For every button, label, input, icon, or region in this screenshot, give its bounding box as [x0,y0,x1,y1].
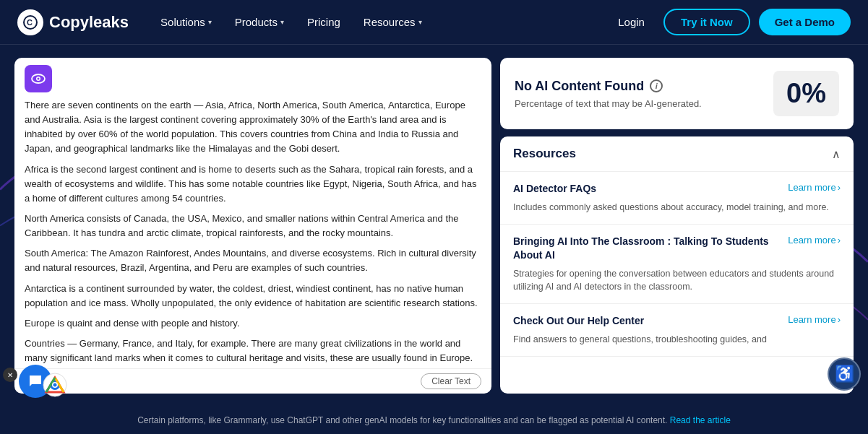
svg-point-8 [53,383,57,387]
text-paragraph-4: South America: The Amazon Rainforest, An… [25,246,481,275]
login-button[interactable]: Login [608,10,655,34]
ai-result-left: No AI Content Found i Percentage of text… [515,79,702,109]
ai-result-title: No AI Content Found i [515,79,702,94]
chevron-right-icon-1: › [838,182,841,193]
text-panel-header [14,58,491,92]
main-content: There are seven continents on the earth … [0,45,868,407]
resource-item-2-desc: Strategies for opening the conversation … [513,267,841,293]
bottom-bar-link[interactable]: Read the article [670,415,731,425]
ai-result-card: No AI Content Found i Percentage of text… [500,58,854,129]
logo-text: Copyleaks [49,13,129,32]
text-paragraph-6: Europe is quaint and dense with people a… [25,316,481,331]
eye-icon [25,65,52,92]
resource-item-2-top: Bringing AI Into The Classroom : Talking… [513,235,841,263]
try-now-button[interactable]: Try it Now [663,9,750,35]
chevron-right-icon-3: › [838,314,841,325]
navbar: C Copyleaks Solutions ▾ Products ▾ Prici… [0,0,868,45]
nav-resources[interactable]: Resources ▾ [353,10,432,34]
text-paragraph-1: There are seven continents on the earth … [25,98,481,157]
resource-item-3-top: Check Out Our Help Center Learn more › [513,314,841,329]
clear-text-bar: Clear Text [14,368,491,394]
resources-title: Resources [513,147,576,161]
resource-item-1-learn-more[interactable]: Learn more › [788,182,841,193]
svg-text:C: C [27,18,33,27]
accessibility-icon: ♿ [835,365,854,383]
nav-pricing[interactable]: Pricing [297,10,351,34]
bottom-bar: Certain platforms, like Grammarly, use C… [0,407,868,434]
resource-item-2-learn-more[interactable]: Learn more › [788,235,841,246]
resource-item-3-desc: Find answers to general questions, troub… [513,333,841,346]
svg-point-4 [38,78,40,80]
nav-right: Login Try it Now Get a Demo [608,9,851,35]
chrome-extension-icon [42,372,68,398]
text-content[interactable]: There are seven continents on the earth … [14,92,491,368]
ai-percent-badge: 0% [773,71,839,116]
text-paragraph-5: Antarctica is a continent surrounded by … [25,282,481,311]
resources-card: Resources ∧ AI Detector FAQs Learn more … [500,136,854,394]
resource-item-2: Bringing AI Into The Classroom : Talking… [500,225,854,304]
chrome-icon [42,372,68,398]
text-panel: There are seven continents on the earth … [14,58,491,394]
resource-item-3-title: Check Out Our Help Center [513,314,788,329]
text-paragraph-3: North America consists of Canada, the US… [25,212,481,240]
logo-icon: C [17,9,43,35]
nav-solutions[interactable]: Solutions ▾ [150,10,222,34]
resource-item-1-title: AI Detector FAQs [513,182,788,196]
logo[interactable]: C Copyleaks [17,9,129,35]
resource-item-2-title: Bringing AI Into The Classroom : Talking… [513,235,788,263]
info-icon[interactable]: i [650,79,663,92]
resource-item-1: AI Detector FAQs Learn more › Includes c… [500,172,854,225]
resource-item-1-desc: Includes commonly asked questions about … [513,201,841,214]
text-paragraph-7: Countries — Germany, France, and Italy, … [25,337,481,365]
resource-item-3: Check Out Our Help Center Learn more › F… [500,304,854,357]
close-chat-button[interactable]: ✕ [3,368,17,382]
ai-result-subtitle: Percentage of text that may be AI-genera… [515,98,702,109]
resource-item-3-learn-more[interactable]: Learn more › [788,314,841,325]
chevron-right-icon-2: › [838,235,841,246]
resource-item-1-top: AI Detector FAQs Learn more › [513,182,841,196]
nav-products[interactable]: Products ▾ [225,10,294,34]
nav-links: Solutions ▾ Products ▾ Pricing Resources… [150,10,608,34]
right-panel: No AI Content Found i Percentage of text… [500,58,854,394]
clear-text-button[interactable]: Clear Text [421,373,481,389]
solutions-chevron-icon: ▾ [208,18,212,26]
resources-chevron-icon: ▾ [418,18,422,26]
text-paragraph-2: Africa is the second largest continent a… [25,162,481,206]
accessibility-button[interactable]: ♿ [828,357,861,391]
products-chevron-icon: ▾ [280,18,284,26]
get-demo-button[interactable]: Get a Demo [759,9,851,35]
bottom-bar-text: Certain platforms, like Grammarly, use C… [137,415,667,425]
resources-collapse-icon[interactable]: ∧ [832,147,841,161]
resources-header: Resources ∧ [500,136,854,172]
